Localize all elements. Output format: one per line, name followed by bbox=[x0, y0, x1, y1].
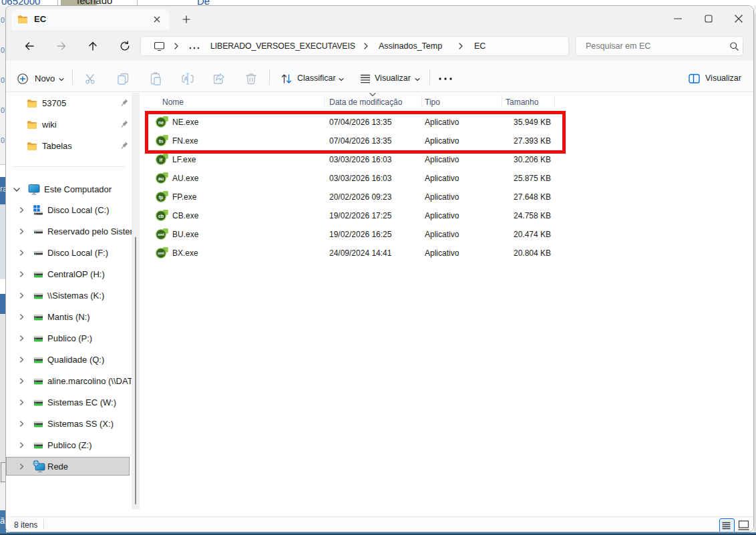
svg-text:xml: xml bbox=[158, 251, 164, 255]
svg-text:lf: lf bbox=[160, 158, 163, 162]
svg-text:fp: fp bbox=[159, 195, 164, 200]
svg-text:cb: cb bbox=[158, 214, 164, 218]
svg-text:xml: xml bbox=[158, 232, 164, 236]
svg-text:au: au bbox=[158, 176, 164, 181]
